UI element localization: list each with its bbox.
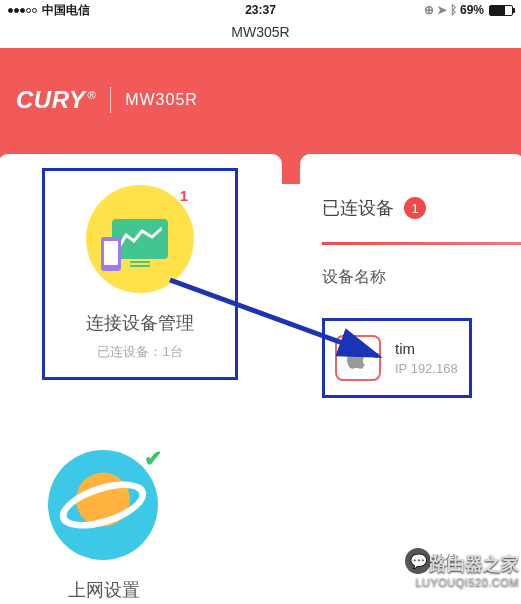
column-header-name: 设备名称: [322, 267, 521, 288]
connected-devices-header: 已连设备: [322, 196, 394, 220]
connected-devices-panel: 已连设备 1 设备名称 tim IP 192.168: [300, 154, 521, 460]
orientation-lock-icon: ⊕: [424, 3, 434, 17]
clock-label: 23:37: [245, 3, 276, 17]
network-settings-tile[interactable]: ✔: [48, 450, 158, 560]
device-manage-tile[interactable]: 1 连接设备管理 已连设备：1台: [42, 168, 238, 380]
device-tile-title: 连接设备管理: [86, 311, 194, 335]
network-tile-title: 上网设置: [68, 578, 140, 602]
apple-icon: [335, 335, 381, 381]
section-divider: [322, 242, 521, 245]
signal-dots-icon: [8, 8, 37, 13]
bluetooth-icon: ᛒ: [450, 3, 457, 17]
watermark: 路由器之家 LUYOUQI520.COM: [415, 552, 519, 588]
battery-pct: 69%: [460, 3, 484, 17]
carrier-label: 中国电信: [42, 2, 90, 19]
battery-icon: [489, 5, 513, 16]
device-manage-icon: 1: [86, 185, 194, 293]
hero-divider: [110, 87, 111, 113]
device-tile-subtitle: 已连设备：1台: [97, 343, 182, 361]
watermark-cn: 路由器之家: [415, 552, 519, 576]
device-ip: IP 192.168: [395, 361, 458, 376]
page-title: MW305R: [0, 20, 521, 48]
left-card: 1 连接设备管理 已连设备：1台: [0, 154, 282, 460]
location-icon: ➤: [437, 3, 447, 17]
device-badge: 1: [172, 183, 196, 207]
phone-icon: [101, 237, 121, 271]
device-row[interactable]: tim IP 192.168: [322, 318, 472, 398]
brand-logo: CURY: [16, 86, 96, 114]
ios-status-bar: 中国电信 23:37 ⊕ ➤ ᛒ 69%: [0, 0, 521, 20]
watermark-en: LUYOUQI520.COM: [415, 576, 519, 588]
connected-count-badge: 1: [404, 197, 426, 219]
model-label: MW305R: [125, 91, 198, 109]
device-name: tim: [395, 340, 458, 357]
check-icon: ✔: [144, 446, 162, 472]
